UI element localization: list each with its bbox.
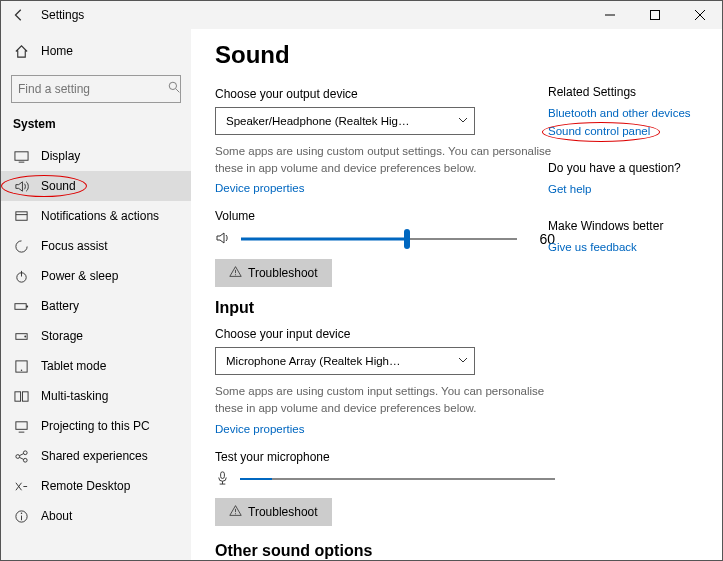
svg-point-15	[24, 335, 26, 337]
bluetooth-link[interactable]: Bluetooth and other devices	[548, 107, 698, 119]
sidebar-item-battery[interactable]: Battery	[1, 291, 191, 321]
get-help-link[interactable]: Get help	[548, 183, 698, 195]
sidebar-home[interactable]: Home	[1, 35, 191, 67]
svg-point-23	[23, 458, 27, 462]
sidebar-item-label: Projecting to this PC	[41, 419, 150, 433]
minimize-button[interactable]	[587, 1, 632, 29]
window-title: Settings	[41, 8, 84, 22]
svg-rect-12	[14, 303, 25, 309]
related-settings-head: Related Settings	[548, 85, 698, 99]
sidebar-item-label: Tablet mode	[41, 359, 106, 373]
svg-point-22	[23, 450, 27, 454]
storage-icon	[13, 328, 29, 344]
chevron-down-icon	[458, 115, 468, 127]
sidebar-item-display[interactable]: Display	[1, 141, 191, 171]
svg-point-17	[20, 369, 22, 371]
remote-icon	[13, 478, 29, 494]
svg-point-21	[15, 454, 19, 458]
svg-point-36	[235, 513, 236, 514]
input-device-properties-link[interactable]: Device properties	[215, 423, 304, 435]
sound-icon	[13, 178, 29, 194]
right-column: Related Settings Bluetooth and other dev…	[548, 85, 698, 277]
output-device-dropdown[interactable]: Speaker/Headphone (Realtek Hig…	[215, 107, 475, 135]
output-troubleshoot-button[interactable]: Troubleshoot	[215, 259, 332, 287]
test-mic-label: Test your microphone	[215, 450, 722, 464]
sidebar-item-notifications[interactable]: Notifications & actions	[1, 201, 191, 231]
troubleshoot-label: Troubleshoot	[248, 266, 318, 280]
sound-control-panel-link[interactable]: Sound control panel	[548, 125, 698, 137]
chevron-down-icon	[458, 355, 468, 367]
svg-rect-6	[14, 151, 27, 159]
about-icon	[13, 508, 29, 524]
sidebar-item-remote-desktop[interactable]: Remote Desktop	[1, 471, 191, 501]
sidebar-item-focus-assist[interactable]: Focus assist	[1, 231, 191, 261]
sidebar-item-label: Sound	[41, 179, 76, 193]
better-head: Make Windows better	[548, 219, 698, 233]
sidebar-item-label: Notifications & actions	[41, 209, 159, 223]
input-troubleshoot-button[interactable]: Troubleshoot	[215, 498, 332, 526]
svg-rect-13	[26, 305, 28, 307]
search-input-wrap[interactable]	[11, 75, 181, 103]
svg-line-2	[695, 10, 705, 20]
main-content: Sound Choose your output device Speaker/…	[191, 29, 722, 560]
power-icon	[13, 268, 29, 284]
sidebar-item-label: Storage	[41, 329, 83, 343]
microphone-icon	[215, 470, 230, 488]
warning-icon	[229, 504, 242, 520]
svg-rect-18	[14, 391, 20, 400]
search-icon	[168, 81, 181, 97]
sidebar-item-label: About	[41, 509, 72, 523]
svg-line-5	[176, 89, 179, 92]
svg-line-25	[19, 457, 23, 459]
svg-rect-34	[221, 472, 225, 479]
svg-rect-19	[22, 391, 28, 400]
input-device-selected: Microphone Array (Realtek High…	[226, 355, 401, 367]
sidebar-home-label: Home	[41, 44, 73, 58]
svg-point-31	[20, 512, 22, 514]
sidebar-item-label: Focus assist	[41, 239, 108, 253]
svg-rect-8	[15, 211, 26, 219]
sidebar-item-multitasking[interactable]: Multi-tasking	[1, 381, 191, 411]
svg-rect-1	[650, 11, 659, 20]
svg-point-4	[169, 82, 176, 89]
speaker-icon	[215, 230, 231, 249]
sidebar-item-label: Display	[41, 149, 80, 163]
sidebar-item-tablet-mode[interactable]: Tablet mode	[1, 351, 191, 381]
page-title: Sound	[215, 41, 722, 69]
svg-line-3	[695, 10, 705, 20]
home-icon	[13, 43, 29, 59]
sidebar-item-storage[interactable]: Storage	[1, 321, 191, 351]
close-button[interactable]	[677, 1, 722, 29]
focus-icon	[13, 238, 29, 254]
sidebar-item-shared-exp[interactable]: Shared experiences	[1, 441, 191, 471]
output-device-properties-link[interactable]: Device properties	[215, 182, 304, 194]
other-heading: Other sound options	[215, 542, 722, 560]
sidebar-item-label: Remote Desktop	[41, 479, 130, 493]
input-choose-label: Choose your input device	[215, 327, 722, 341]
sidebar: Home System Display Sound Notifications …	[1, 29, 191, 560]
projecting-icon	[13, 418, 29, 434]
sidebar-item-label: Shared experiences	[41, 449, 148, 463]
input-heading: Input	[215, 299, 722, 317]
maximize-button[interactable]	[632, 1, 677, 29]
search-input[interactable]	[18, 82, 168, 96]
sidebar-item-power-sleep[interactable]: Power & sleep	[1, 261, 191, 291]
mic-level-bar	[240, 478, 555, 480]
back-button[interactable]	[9, 8, 29, 22]
sidebar-item-label: Power & sleep	[41, 269, 118, 283]
sidebar-item-about[interactable]: About	[1, 501, 191, 531]
sidebar-item-projecting[interactable]: Projecting to this PC	[1, 411, 191, 441]
tablet-icon	[13, 358, 29, 374]
multitask-icon	[13, 388, 29, 404]
svg-line-24	[19, 453, 23, 455]
question-head: Do you have a question?	[548, 161, 698, 175]
input-device-dropdown[interactable]: Microphone Array (Realtek High…	[215, 347, 475, 375]
input-hint: Some apps are using custom input setting…	[215, 383, 555, 416]
battery-icon	[13, 298, 29, 314]
shared-icon	[13, 448, 29, 464]
output-device-selected: Speaker/Headphone (Realtek Hig…	[226, 115, 409, 127]
warning-icon	[229, 265, 242, 281]
sidebar-item-sound[interactable]: Sound	[1, 171, 191, 201]
feedback-link[interactable]: Give us feedback	[548, 241, 698, 253]
volume-slider[interactable]	[241, 229, 517, 249]
